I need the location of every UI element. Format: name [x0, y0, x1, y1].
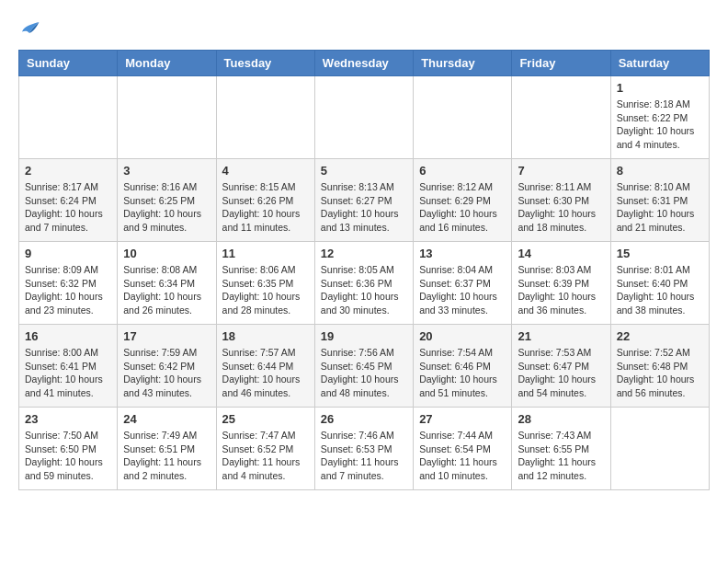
calendar-cell: 21Sunrise: 7:53 AMSunset: 6:47 PMDayligh…: [512, 325, 610, 408]
header-day-saturday: Saturday: [610, 51, 709, 76]
day-number: 15: [617, 247, 703, 260]
day-number: 20: [419, 329, 506, 343]
calendar-cell: 28Sunrise: 7:43 AMSunset: 6:55 PMDayligh…: [512, 408, 610, 490]
day-number: 6: [419, 164, 506, 178]
calendar-week-row: 9Sunrise: 8:09 AMSunset: 6:32 PMDaylight…: [19, 242, 710, 325]
calendar-cell: 1Sunrise: 8:18 AMSunset: 6:22 PMDaylight…: [610, 76, 709, 159]
day-info: Sunrise: 7:53 AMSunset: 6:47 PMDaylight:…: [518, 346, 604, 400]
logo: [18, 18, 44, 40]
calendar-cell: 9Sunrise: 8:09 AMSunset: 6:32 PMDaylight…: [19, 242, 118, 325]
calendar-table: SundayMondayTuesdayWednesdayThursdayFrid…: [18, 50, 710, 490]
day-number: 25: [222, 412, 309, 426]
day-number: 17: [123, 329, 210, 343]
header-day-tuesday: Tuesday: [216, 51, 314, 76]
calendar-week-row: 23Sunrise: 7:50 AMSunset: 6:50 PMDayligh…: [19, 408, 710, 490]
day-number: 19: [321, 329, 407, 343]
day-number: 5: [321, 164, 407, 178]
calendar-cell: 17Sunrise: 7:59 AMSunset: 6:42 PMDayligh…: [118, 325, 216, 408]
day-number: 22: [617, 329, 703, 343]
day-info: Sunrise: 8:17 AMSunset: 6:24 PMDaylight:…: [25, 180, 111, 235]
day-info: Sunrise: 8:04 AMSunset: 6:37 PMDaylight:…: [419, 263, 506, 317]
calendar-header-row: SundayMondayTuesdayWednesdayThursdayFrid…: [19, 51, 710, 76]
day-info: Sunrise: 8:16 AMSunset: 6:25 PMDaylight:…: [123, 180, 210, 235]
day-number: 18: [222, 329, 309, 343]
day-number: 11: [222, 247, 309, 260]
page-header: [18, 18, 710, 40]
calendar-cell: 12Sunrise: 8:05 AMSunset: 6:36 PMDayligh…: [314, 242, 413, 325]
day-info: Sunrise: 8:11 AMSunset: 6:30 PMDaylight:…: [518, 180, 604, 235]
calendar-cell: 23Sunrise: 7:50 AMSunset: 6:50 PMDayligh…: [19, 408, 118, 490]
calendar-cell: 24Sunrise: 7:49 AMSunset: 6:51 PMDayligh…: [118, 408, 216, 490]
day-info: Sunrise: 8:10 AMSunset: 6:31 PMDaylight:…: [617, 180, 703, 235]
calendar-cell: 13Sunrise: 8:04 AMSunset: 6:37 PMDayligh…: [414, 242, 512, 325]
calendar-cell: 18Sunrise: 7:57 AMSunset: 6:44 PMDayligh…: [216, 325, 314, 408]
day-number: 2: [25, 164, 111, 178]
calendar-cell: 20Sunrise: 7:54 AMSunset: 6:46 PMDayligh…: [414, 325, 512, 408]
calendar-cell: 25Sunrise: 7:47 AMSunset: 6:52 PMDayligh…: [216, 408, 314, 490]
day-info: Sunrise: 8:05 AMSunset: 6:36 PMDaylight:…: [321, 263, 407, 317]
calendar-cell: [512, 76, 610, 159]
day-number: 16: [25, 329, 111, 343]
day-info: Sunrise: 8:06 AMSunset: 6:35 PMDaylight:…: [222, 263, 309, 317]
calendar-week-row: 16Sunrise: 8:00 AMSunset: 6:41 PMDayligh…: [19, 325, 710, 408]
day-info: Sunrise: 8:01 AMSunset: 6:40 PMDaylight:…: [617, 263, 703, 317]
calendar-cell: 19Sunrise: 7:56 AMSunset: 6:45 PMDayligh…: [314, 325, 413, 408]
day-number: 3: [123, 164, 210, 178]
calendar-cell: 11Sunrise: 8:06 AMSunset: 6:35 PMDayligh…: [216, 242, 314, 325]
day-info: Sunrise: 7:46 AMSunset: 6:53 PMDaylight:…: [321, 429, 407, 483]
day-number: 27: [419, 412, 506, 426]
header-day-thursday: Thursday: [414, 51, 512, 76]
day-number: 10: [123, 247, 210, 260]
day-info: Sunrise: 8:03 AMSunset: 6:39 PMDaylight:…: [518, 263, 604, 317]
day-info: Sunrise: 8:00 AMSunset: 6:41 PMDaylight:…: [25, 346, 111, 400]
day-info: Sunrise: 7:44 AMSunset: 6:54 PMDaylight:…: [419, 429, 506, 483]
calendar-cell: [19, 76, 118, 159]
calendar-cell: 7Sunrise: 8:11 AMSunset: 6:30 PMDaylight…: [512, 159, 610, 242]
day-number: 21: [518, 329, 604, 343]
day-number: 14: [518, 247, 604, 260]
day-info: Sunrise: 7:59 AMSunset: 6:42 PMDaylight:…: [123, 346, 210, 400]
day-info: Sunrise: 8:09 AMSunset: 6:32 PMDaylight:…: [25, 263, 111, 317]
day-number: 28: [518, 412, 604, 426]
day-info: Sunrise: 7:50 AMSunset: 6:50 PMDaylight:…: [25, 429, 111, 483]
header-day-monday: Monday: [118, 51, 216, 76]
day-info: Sunrise: 8:12 AMSunset: 6:29 PMDaylight:…: [419, 180, 506, 235]
day-number: 23: [25, 412, 111, 426]
header-day-sunday: Sunday: [19, 51, 118, 76]
day-info: Sunrise: 7:57 AMSunset: 6:44 PMDaylight:…: [222, 346, 309, 400]
calendar-cell: [216, 76, 314, 159]
day-number: 26: [321, 412, 407, 426]
calendar-week-row: 2Sunrise: 8:17 AMSunset: 6:24 PMDaylight…: [19, 159, 710, 242]
calendar-cell: 10Sunrise: 8:08 AMSunset: 6:34 PMDayligh…: [118, 242, 216, 325]
calendar-cell: 16Sunrise: 8:00 AMSunset: 6:41 PMDayligh…: [19, 325, 118, 408]
day-info: Sunrise: 8:08 AMSunset: 6:34 PMDaylight:…: [123, 263, 210, 317]
calendar-cell: [314, 76, 413, 159]
calendar-cell: [414, 76, 512, 159]
day-info: Sunrise: 7:47 AMSunset: 6:52 PMDaylight:…: [222, 429, 309, 483]
calendar-cell: 8Sunrise: 8:10 AMSunset: 6:31 PMDaylight…: [610, 159, 709, 242]
calendar-cell: 2Sunrise: 8:17 AMSunset: 6:24 PMDaylight…: [19, 159, 118, 242]
day-info: Sunrise: 8:13 AMSunset: 6:27 PMDaylight:…: [321, 180, 407, 235]
calendar-cell: 27Sunrise: 7:44 AMSunset: 6:54 PMDayligh…: [414, 408, 512, 490]
calendar-cell: 22Sunrise: 7:52 AMSunset: 6:48 PMDayligh…: [610, 325, 709, 408]
day-number: 4: [222, 164, 309, 178]
calendar-cell: 3Sunrise: 8:16 AMSunset: 6:25 PMDaylight…: [118, 159, 216, 242]
day-info: Sunrise: 7:54 AMSunset: 6:46 PMDaylight:…: [419, 346, 506, 400]
calendar-cell: 4Sunrise: 8:15 AMSunset: 6:26 PMDaylight…: [216, 159, 314, 242]
day-number: 13: [419, 247, 506, 260]
calendar-cell: 26Sunrise: 7:46 AMSunset: 6:53 PMDayligh…: [314, 408, 413, 490]
calendar-body: 1Sunrise: 8:18 AMSunset: 6:22 PMDaylight…: [19, 76, 710, 490]
calendar-cell: 15Sunrise: 8:01 AMSunset: 6:40 PMDayligh…: [610, 242, 709, 325]
calendar-cell: 5Sunrise: 8:13 AMSunset: 6:27 PMDaylight…: [314, 159, 413, 242]
calendar-cell: 14Sunrise: 8:03 AMSunset: 6:39 PMDayligh…: [512, 242, 610, 325]
calendar-cell: 6Sunrise: 8:12 AMSunset: 6:29 PMDaylight…: [414, 159, 512, 242]
day-info: Sunrise: 7:43 AMSunset: 6:55 PMDaylight:…: [518, 429, 604, 483]
calendar-cell: [118, 76, 216, 159]
day-number: 7: [518, 164, 604, 178]
logo-bird-icon: [18, 18, 40, 37]
day-number: 8: [617, 164, 703, 178]
day-number: 1: [617, 81, 703, 95]
day-number: 12: [321, 247, 407, 260]
header-day-wednesday: Wednesday: [314, 51, 413, 76]
day-number: 24: [123, 412, 210, 426]
